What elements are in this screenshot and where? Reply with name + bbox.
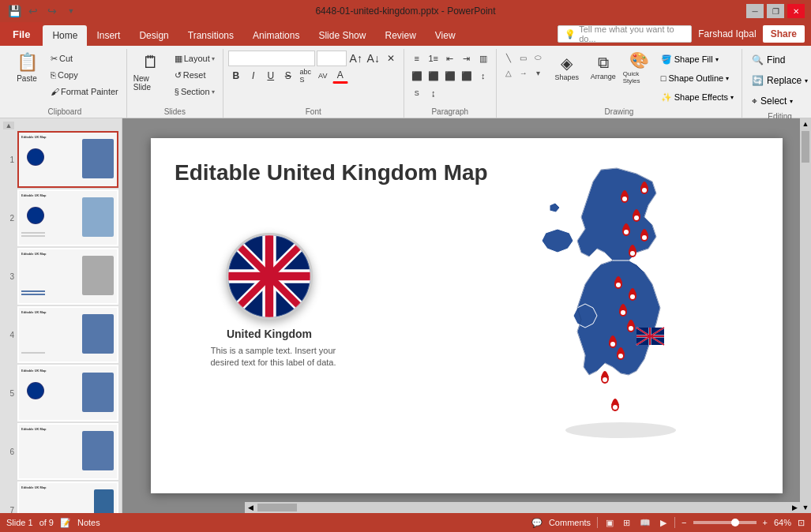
decrease-indent-button[interactable]: ⇤ bbox=[442, 51, 458, 66]
clear-format-button[interactable]: ✕ bbox=[383, 51, 399, 66]
tab-slide-show[interactable]: Slide Show bbox=[309, 25, 375, 46]
replace-button[interactable]: 🔄 Replace ▾ bbox=[747, 71, 811, 90]
shape-oval[interactable]: ⬭ bbox=[531, 51, 546, 65]
scroll-right-button[interactable]: ▶ bbox=[789, 502, 800, 513]
slide-thumb-1[interactable]: 1 Editable UK Map bbox=[3, 131, 118, 188]
cut-button[interactable]: ✂ Cut bbox=[47, 51, 122, 66]
reading-view-button[interactable]: 📖 bbox=[638, 516, 652, 530]
scroll-thumb[interactable] bbox=[802, 131, 809, 163]
smart-art-button[interactable]: S bbox=[409, 85, 425, 101]
slide-thumb-4[interactable]: 4 Editable UK Map bbox=[3, 306, 118, 363]
scroll-up-button[interactable]: ▲ bbox=[800, 118, 811, 129]
tab-review[interactable]: Review bbox=[375, 25, 425, 46]
align-left-button[interactable]: ⬛ bbox=[409, 68, 425, 84]
slide-img-3[interactable]: Editable UK Map bbox=[17, 248, 118, 305]
horizontal-scrollbar[interactable]: ◀ ▶ bbox=[245, 502, 800, 513]
slide-sorter-button[interactable]: ⊞ bbox=[621, 516, 632, 530]
h-scroll-thumb[interactable] bbox=[257, 504, 297, 511]
tab-file[interactable]: File bbox=[0, 22, 43, 46]
new-slide-button[interactable]: 🗒 New Slide bbox=[132, 51, 170, 93]
save-icon[interactable]: 💾 bbox=[6, 3, 22, 19]
vertical-scrollbar[interactable]: ▲ ▼ bbox=[800, 118, 811, 513]
numbered-list-button[interactable]: 1≡ bbox=[426, 51, 441, 66]
font-color-button[interactable]: A bbox=[332, 68, 348, 84]
font-size-input[interactable] bbox=[317, 51, 347, 66]
find-button[interactable]: 🔍 Find bbox=[747, 51, 811, 69]
shapes-button[interactable]: ◈ Shapes bbox=[550, 51, 584, 84]
zoom-out-button[interactable]: − bbox=[681, 518, 686, 527]
select-dropdown[interactable]: ▾ bbox=[790, 98, 793, 105]
paste-button[interactable]: 📋 Paste bbox=[8, 51, 46, 84]
notes-button[interactable]: Notes bbox=[77, 518, 100, 527]
tab-design[interactable]: Design bbox=[130, 25, 178, 46]
slide-img-5[interactable]: Editable UK Map bbox=[17, 365, 118, 421]
line-spacing-button[interactable]: ↨ bbox=[426, 85, 441, 101]
increase-font-button[interactable]: A↑ bbox=[348, 51, 364, 66]
italic-button[interactable]: I bbox=[246, 68, 261, 84]
redo-icon[interactable]: ↪ bbox=[44, 3, 60, 19]
normal-view-button[interactable]: ▣ bbox=[604, 516, 615, 530]
shape-tri[interactable]: △ bbox=[501, 66, 516, 80]
select-button[interactable]: ⌖ Select ▾ bbox=[747, 92, 811, 111]
columns-button[interactable]: ▥ bbox=[475, 51, 491, 66]
slide-panel-scroll-up[interactable]: ▲ bbox=[3, 122, 14, 129]
shape-effects-button[interactable]: ✨ Shape Effects ▾ bbox=[658, 88, 737, 106]
undo-icon[interactable]: ↩ bbox=[25, 3, 41, 19]
shape-arrow[interactable]: → bbox=[516, 66, 531, 80]
strikethrough-button[interactable]: S bbox=[280, 68, 296, 84]
arrange-button[interactable]: ⧉ Arrange bbox=[587, 51, 620, 84]
fit-slide-button[interactable]: ⊡ bbox=[798, 518, 805, 528]
format-painter-button[interactable]: 🖌 Format Painter bbox=[47, 84, 122, 99]
slide-img-7[interactable]: Editable UK Map bbox=[17, 481, 118, 513]
copy-button[interactable]: ⎘ Copy bbox=[47, 67, 122, 83]
tab-insert[interactable]: Insert bbox=[87, 25, 130, 46]
comments-label[interactable]: Comments bbox=[549, 518, 591, 527]
slide-img-6[interactable]: Editable UK Map bbox=[17, 423, 118, 480]
increase-indent-button[interactable]: ⇥ bbox=[459, 51, 475, 66]
slide-thumb-5[interactable]: 5 Editable UK Map bbox=[3, 365, 118, 421]
close-button[interactable]: ✕ bbox=[787, 4, 805, 18]
shape-fill-dropdown[interactable]: ▾ bbox=[715, 56, 719, 63]
zoom-in-button[interactable]: + bbox=[763, 518, 768, 527]
section-button[interactable]: § Section ▾ bbox=[171, 84, 218, 99]
replace-dropdown[interactable]: ▾ bbox=[805, 77, 808, 84]
tab-view[interactable]: View bbox=[426, 25, 465, 46]
shape-effects-dropdown[interactable]: ▾ bbox=[730, 94, 734, 101]
slide-img-2[interactable]: Editable UK Map bbox=[17, 189, 118, 246]
shadow-button[interactable]: abcS bbox=[298, 68, 314, 84]
layout-button[interactable]: ▦ Layout ▾ bbox=[171, 51, 218, 66]
slide-thumb-6[interactable]: 6 Editable UK Map bbox=[3, 423, 118, 480]
tell-me-search[interactable]: 💡 Tell me what you want to do... bbox=[558, 25, 692, 43]
customize-qat-icon[interactable]: ▼ bbox=[63, 3, 79, 19]
shape-more[interactable]: ▾ bbox=[531, 66, 546, 80]
tab-transitions[interactable]: Transitions bbox=[178, 25, 243, 46]
zoom-slider[interactable] bbox=[693, 521, 757, 524]
minimize-button[interactable]: ─ bbox=[746, 4, 764, 18]
slide-show-button[interactable]: ▶ bbox=[659, 516, 668, 530]
decrease-font-button[interactable]: A↓ bbox=[366, 51, 381, 66]
shape-outline-dropdown[interactable]: ▾ bbox=[726, 75, 729, 82]
slide-thumb-7[interactable]: 7 Editable UK Map bbox=[3, 481, 118, 513]
slide-img-4[interactable]: Editable UK Map bbox=[17, 306, 118, 363]
shape-outline-button[interactable]: □ Shape Outline ▾ bbox=[658, 69, 737, 87]
reset-button[interactable]: ↺ Reset bbox=[171, 67, 218, 83]
text-direction-button[interactable]: ↕ bbox=[475, 68, 491, 84]
shape-line[interactable]: ╲ bbox=[501, 51, 516, 65]
quick-styles-button[interactable]: 🎨 Quick Styles bbox=[623, 51, 656, 84]
tab-home[interactable]: Home bbox=[43, 25, 87, 46]
slide-img-1[interactable]: Editable UK Map bbox=[17, 131, 118, 188]
slide-thumb-2[interactable]: 2 Editable UK Map bbox=[3, 189, 118, 246]
bullet-list-button[interactable]: ≡ bbox=[409, 51, 425, 66]
align-right-button[interactable]: ⬛ bbox=[442, 68, 458, 84]
scroll-left-button[interactable]: ◀ bbox=[245, 502, 256, 513]
zoom-level[interactable]: 64% bbox=[774, 518, 791, 527]
justify-button[interactable]: ⬛ bbox=[459, 68, 475, 84]
shape-fill-button[interactable]: 🪣 Shape Fill ▾ bbox=[658, 51, 737, 68]
share-button[interactable]: Share bbox=[763, 25, 805, 43]
char-spacing-button[interactable]: AV bbox=[315, 68, 331, 84]
scroll-down-button[interactable]: ▼ bbox=[800, 502, 811, 513]
slide-thumb-3[interactable]: 3 Editable UK Map bbox=[3, 248, 118, 305]
underline-button[interactable]: U bbox=[263, 68, 279, 84]
align-center-button[interactable]: ⬛ bbox=[426, 68, 441, 84]
shape-rect[interactable]: ▭ bbox=[516, 51, 531, 65]
